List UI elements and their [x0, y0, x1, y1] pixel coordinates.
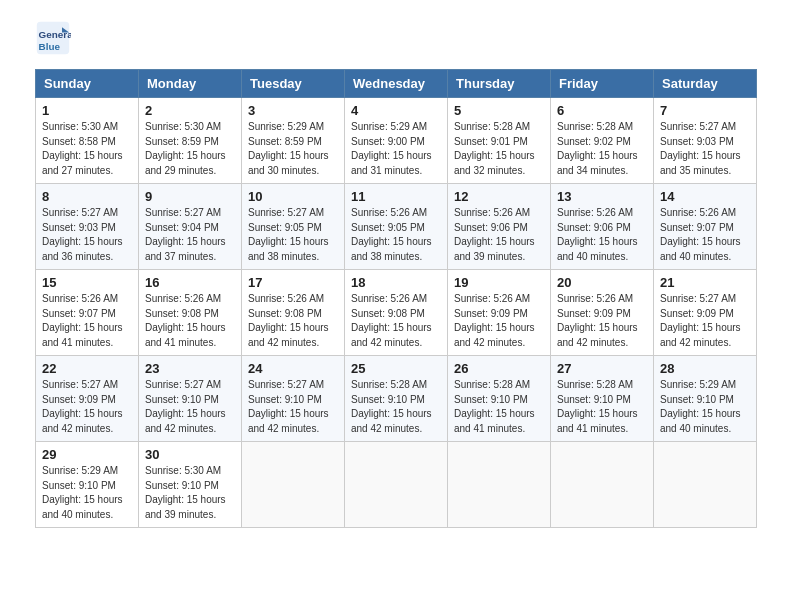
day-number: 20 [557, 275, 647, 290]
day-info: Sunrise: 5:27 AM Sunset: 9:09 PM Dayligh… [660, 292, 750, 350]
table-row: 17Sunrise: 5:26 AM Sunset: 9:08 PM Dayli… [242, 270, 345, 356]
table-row: 1Sunrise: 5:30 AM Sunset: 8:58 PM Daylig… [36, 98, 139, 184]
table-row: 29Sunrise: 5:29 AM Sunset: 9:10 PM Dayli… [36, 442, 139, 528]
day-number: 3 [248, 103, 338, 118]
day-number: 6 [557, 103, 647, 118]
day-number: 21 [660, 275, 750, 290]
table-row [242, 442, 345, 528]
day-number: 10 [248, 189, 338, 204]
table-row: 22Sunrise: 5:27 AM Sunset: 9:09 PM Dayli… [36, 356, 139, 442]
day-info: Sunrise: 5:26 AM Sunset: 9:08 PM Dayligh… [351, 292, 441, 350]
table-row: 21Sunrise: 5:27 AM Sunset: 9:09 PM Dayli… [654, 270, 757, 356]
day-info: Sunrise: 5:30 AM Sunset: 8:59 PM Dayligh… [145, 120, 235, 178]
day-info: Sunrise: 5:26 AM Sunset: 9:07 PM Dayligh… [42, 292, 132, 350]
table-row: 13Sunrise: 5:26 AM Sunset: 9:06 PM Dayli… [551, 184, 654, 270]
table-row [345, 442, 448, 528]
day-info: Sunrise: 5:27 AM Sunset: 9:05 PM Dayligh… [248, 206, 338, 264]
table-row: 28Sunrise: 5:29 AM Sunset: 9:10 PM Dayli… [654, 356, 757, 442]
table-row: 7Sunrise: 5:27 AM Sunset: 9:03 PM Daylig… [654, 98, 757, 184]
day-info: Sunrise: 5:30 AM Sunset: 9:10 PM Dayligh… [145, 464, 235, 522]
day-number: 15 [42, 275, 132, 290]
day-number: 19 [454, 275, 544, 290]
table-row [551, 442, 654, 528]
day-number: 29 [42, 447, 132, 462]
day-number: 22 [42, 361, 132, 376]
day-number: 13 [557, 189, 647, 204]
table-row [448, 442, 551, 528]
day-number: 4 [351, 103, 441, 118]
day-info: Sunrise: 5:26 AM Sunset: 9:08 PM Dayligh… [145, 292, 235, 350]
day-number: 16 [145, 275, 235, 290]
day-info: Sunrise: 5:26 AM Sunset: 9:09 PM Dayligh… [454, 292, 544, 350]
day-number: 2 [145, 103, 235, 118]
day-info: Sunrise: 5:27 AM Sunset: 9:10 PM Dayligh… [248, 378, 338, 436]
day-number: 26 [454, 361, 544, 376]
day-number: 9 [145, 189, 235, 204]
table-row: 3Sunrise: 5:29 AM Sunset: 8:59 PM Daylig… [242, 98, 345, 184]
col-thursday: Thursday [448, 70, 551, 98]
day-info: Sunrise: 5:27 AM Sunset: 9:10 PM Dayligh… [145, 378, 235, 436]
logo-icon: General Blue [35, 20, 71, 56]
table-row: 23Sunrise: 5:27 AM Sunset: 9:10 PM Dayli… [139, 356, 242, 442]
day-info: Sunrise: 5:29 AM Sunset: 9:10 PM Dayligh… [42, 464, 132, 522]
table-row: 11Sunrise: 5:26 AM Sunset: 9:05 PM Dayli… [345, 184, 448, 270]
header: General Blue [20, 10, 772, 61]
day-info: Sunrise: 5:29 AM Sunset: 9:00 PM Dayligh… [351, 120, 441, 178]
day-info: Sunrise: 5:28 AM Sunset: 9:10 PM Dayligh… [351, 378, 441, 436]
table-row: 20Sunrise: 5:26 AM Sunset: 9:09 PM Dayli… [551, 270, 654, 356]
logo: General Blue [35, 20, 75, 56]
day-number: 18 [351, 275, 441, 290]
day-info: Sunrise: 5:28 AM Sunset: 9:10 PM Dayligh… [557, 378, 647, 436]
day-number: 12 [454, 189, 544, 204]
calendar-week-row: 15Sunrise: 5:26 AM Sunset: 9:07 PM Dayli… [36, 270, 757, 356]
svg-text:Blue: Blue [39, 41, 61, 52]
day-number: 7 [660, 103, 750, 118]
table-row: 24Sunrise: 5:27 AM Sunset: 9:10 PM Dayli… [242, 356, 345, 442]
day-info: Sunrise: 5:26 AM Sunset: 9:05 PM Dayligh… [351, 206, 441, 264]
table-row: 8Sunrise: 5:27 AM Sunset: 9:03 PM Daylig… [36, 184, 139, 270]
day-number: 25 [351, 361, 441, 376]
table-row: 4Sunrise: 5:29 AM Sunset: 9:00 PM Daylig… [345, 98, 448, 184]
day-info: Sunrise: 5:29 AM Sunset: 8:59 PM Dayligh… [248, 120, 338, 178]
calendar-week-row: 1Sunrise: 5:30 AM Sunset: 8:58 PM Daylig… [36, 98, 757, 184]
col-wednesday: Wednesday [345, 70, 448, 98]
day-info: Sunrise: 5:26 AM Sunset: 9:06 PM Dayligh… [454, 206, 544, 264]
table-row: 25Sunrise: 5:28 AM Sunset: 9:10 PM Dayli… [345, 356, 448, 442]
day-info: Sunrise: 5:26 AM Sunset: 9:08 PM Dayligh… [248, 292, 338, 350]
day-info: Sunrise: 5:27 AM Sunset: 9:03 PM Dayligh… [660, 120, 750, 178]
day-number: 17 [248, 275, 338, 290]
table-row: 19Sunrise: 5:26 AM Sunset: 9:09 PM Dayli… [448, 270, 551, 356]
day-info: Sunrise: 5:27 AM Sunset: 9:03 PM Dayligh… [42, 206, 132, 264]
calendar-table: Sunday Monday Tuesday Wednesday Thursday… [35, 69, 757, 528]
day-number: 27 [557, 361, 647, 376]
table-row: 26Sunrise: 5:28 AM Sunset: 9:10 PM Dayli… [448, 356, 551, 442]
col-friday: Friday [551, 70, 654, 98]
day-info: Sunrise: 5:28 AM Sunset: 9:02 PM Dayligh… [557, 120, 647, 178]
col-saturday: Saturday [654, 70, 757, 98]
col-tuesday: Tuesday [242, 70, 345, 98]
table-row: 18Sunrise: 5:26 AM Sunset: 9:08 PM Dayli… [345, 270, 448, 356]
table-row: 6Sunrise: 5:28 AM Sunset: 9:02 PM Daylig… [551, 98, 654, 184]
day-number: 11 [351, 189, 441, 204]
table-row: 30Sunrise: 5:30 AM Sunset: 9:10 PM Dayli… [139, 442, 242, 528]
day-number: 8 [42, 189, 132, 204]
table-row: 2Sunrise: 5:30 AM Sunset: 8:59 PM Daylig… [139, 98, 242, 184]
calendar-week-row: 22Sunrise: 5:27 AM Sunset: 9:09 PM Dayli… [36, 356, 757, 442]
calendar-week-row: 8Sunrise: 5:27 AM Sunset: 9:03 PM Daylig… [36, 184, 757, 270]
day-info: Sunrise: 5:26 AM Sunset: 9:06 PM Dayligh… [557, 206, 647, 264]
table-row: 15Sunrise: 5:26 AM Sunset: 9:07 PM Dayli… [36, 270, 139, 356]
table-row: 14Sunrise: 5:26 AM Sunset: 9:07 PM Dayli… [654, 184, 757, 270]
day-number: 14 [660, 189, 750, 204]
calendar-week-row: 29Sunrise: 5:29 AM Sunset: 9:10 PM Dayli… [36, 442, 757, 528]
table-row: 12Sunrise: 5:26 AM Sunset: 9:06 PM Dayli… [448, 184, 551, 270]
col-monday: Monday [139, 70, 242, 98]
day-number: 23 [145, 361, 235, 376]
calendar-header-row: Sunday Monday Tuesday Wednesday Thursday… [36, 70, 757, 98]
table-row: 10Sunrise: 5:27 AM Sunset: 9:05 PM Dayli… [242, 184, 345, 270]
day-info: Sunrise: 5:28 AM Sunset: 9:10 PM Dayligh… [454, 378, 544, 436]
table-row: 9Sunrise: 5:27 AM Sunset: 9:04 PM Daylig… [139, 184, 242, 270]
day-info: Sunrise: 5:29 AM Sunset: 9:10 PM Dayligh… [660, 378, 750, 436]
day-info: Sunrise: 5:27 AM Sunset: 9:09 PM Dayligh… [42, 378, 132, 436]
table-row: 27Sunrise: 5:28 AM Sunset: 9:10 PM Dayli… [551, 356, 654, 442]
day-number: 5 [454, 103, 544, 118]
